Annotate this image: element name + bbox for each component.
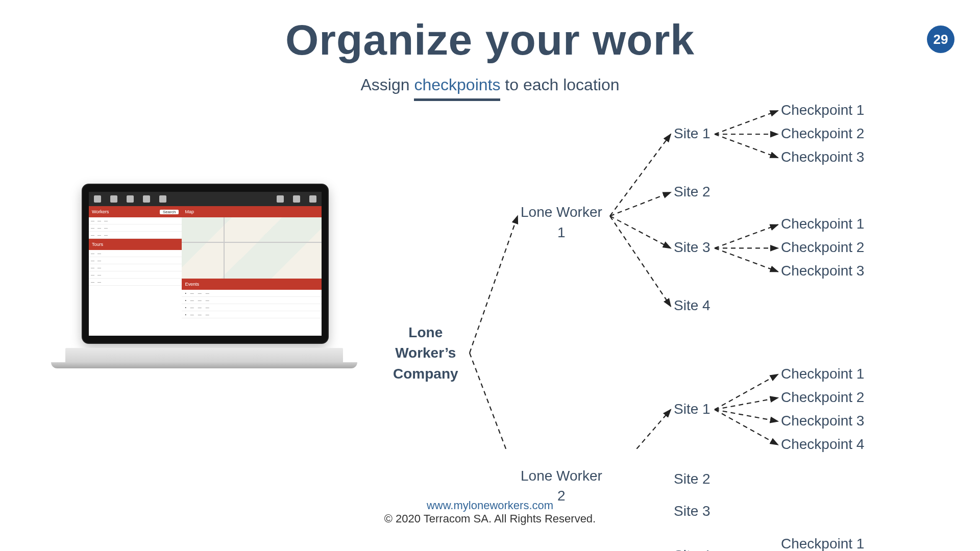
tree-site: Site 3 [674,239,710,256]
panel-map-label: Map [185,209,194,214]
app-topbar [89,192,322,206]
subtitle-prefix: Assign [361,76,414,94]
hierarchy-diagram: LoneWorker’sCompanyLone Worker1Checkpoin… [378,92,914,449]
footer-copyright: © 2020 Terracom SA. All Rights Reserved. [0,512,980,525]
refresh-icon [159,195,166,203]
tree-site: Site 1 [674,401,710,417]
laptop-base [51,348,357,372]
svg-line-6 [715,224,778,248]
tree-checkpoint: Checkpoint 4 [781,436,864,453]
panel-workers-label: Workers [92,209,109,214]
slide: 29 Organize your work Assign checkpoints… [0,0,980,551]
tree-checkpoint: Checkpoint 2 [781,239,864,256]
tree-checkpoint: Checkpoint 2 [781,389,864,406]
panel-tours-header: Tours [89,239,182,250]
workers-table: ——— ——— ——— [89,217,182,239]
home-icon [94,195,101,203]
gear-icon [293,195,300,203]
tree-checkpoint: Checkpoint 3 [781,263,864,279]
panel-events-label: Events [185,282,199,287]
tree-checkpoint: Checkpoint 1 [781,216,864,232]
panel-events-header: Events [182,279,322,290]
svg-line-14 [715,410,778,445]
tree-site: Site 2 [674,184,710,200]
svg-line-5 [610,216,671,248]
tree-checkpoint: Checkpoint 3 [781,413,864,429]
svg-line-8 [715,248,778,271]
power-icon [309,195,316,203]
subtitle-suffix: to each location [500,76,619,94]
svg-line-13 [715,410,778,421]
panel-map-header: Map [182,206,322,217]
svg-line-4 [610,192,671,216]
tree-checkpoint: Checkpoint 1 [781,366,864,382]
svg-line-3 [715,134,778,158]
panel-tours-label: Tours [92,242,103,247]
search-pill: Search [160,210,179,214]
app-screenshot: Workers Search ——— ——— ——— Tours —— [89,192,322,336]
svg-line-1 [715,111,778,134]
tree-checkpoint: Checkpoint 2 [781,126,864,142]
tours-table: —— —— —— —— —— [89,250,182,336]
tree-site: Site 2 [674,471,710,487]
user-icon [110,195,117,203]
svg-line-21 [470,353,518,449]
footer: www.myloneworkers.com © 2020 Terracom SA… [0,499,980,525]
bell-icon [127,195,134,203]
svg-line-0 [610,134,671,216]
svg-line-9 [610,216,671,306]
slide-title: Organize your work [0,15,980,65]
svg-line-12 [715,398,778,410]
tree-checkpoint: Checkpoint 1 [781,536,864,551]
tree-site: Site 4 [674,547,710,551]
events-table: •——— •——— •——— •——— [182,290,322,336]
laptop-mockup: Workers Search ——— ——— ——— Tours —— [51,184,357,372]
tree-root: LoneWorker’sCompany [393,322,458,385]
svg-line-10 [610,410,671,449]
volume-icon [277,195,284,203]
tree-site: Site 4 [674,297,710,314]
laptop-screen: Workers Search ——— ——— ——— Tours —— [82,184,329,344]
chart-icon [143,195,150,203]
tree-checkpoint: Checkpoint 3 [781,149,864,165]
panel-workers-header: Workers Search [89,206,182,217]
tree-checkpoint: Checkpoint 1 [781,102,864,118]
subtitle-keyword: checkpoints [414,76,500,94]
tree-site: Site 1 [674,126,710,142]
svg-line-11 [715,374,778,410]
map-view [182,217,322,279]
svg-line-20 [470,216,518,353]
tree-worker: Lone Worker1 [521,202,602,242]
footer-url: www.myloneworkers.com [0,499,980,512]
